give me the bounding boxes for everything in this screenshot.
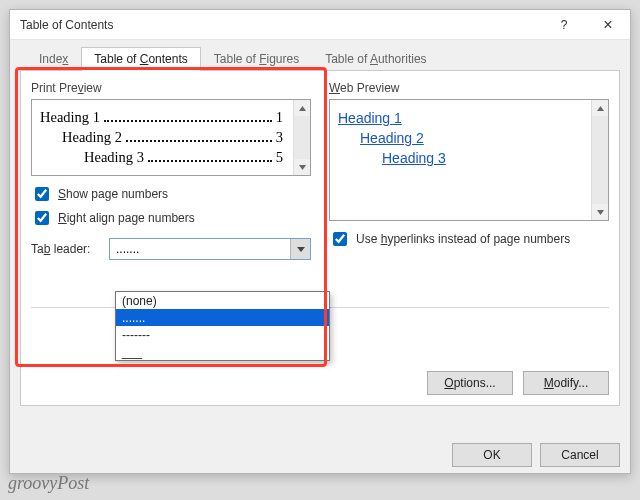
tab-leader-value: ....... <box>116 242 139 256</box>
svg-marker-4 <box>597 210 604 215</box>
print-preview-box: Heading 1 1 Heading 2 3 <box>31 99 311 176</box>
close-icon: × <box>603 16 612 34</box>
web-link[interactable]: Heading 3 <box>382 150 446 166</box>
tab-strip: Index Table of Contents Table of Figures… <box>26 46 620 70</box>
web-link-row: Heading 2 <box>338 130 581 146</box>
toc-title: Heading 1 <box>40 109 100 126</box>
print-preview-body: Heading 1 1 Heading 2 3 <box>32 100 293 175</box>
tab-leader-row: Tab leader: ....... <box>31 238 311 260</box>
toc-leader <box>104 113 272 122</box>
print-preview-scrollbar[interactable] <box>293 100 310 175</box>
toc-title: Heading 2 <box>62 129 122 146</box>
web-preview-box: Heading 1 Heading 2 Heading 3 <box>329 99 609 221</box>
tab-panel-inner: Print Preview Heading 1 1 <box>31 81 609 395</box>
modify-button[interactable]: Modify... <box>523 371 609 395</box>
use-hyperlinks-check[interactable]: Use hyperlinks instead of page numbers <box>329 229 609 249</box>
cancel-button[interactable]: Cancel <box>540 443 620 467</box>
preview-columns: Print Preview Heading 1 1 <box>31 81 609 251</box>
toc-row: Heading 3 5 <box>40 149 283 166</box>
tab-leader-option-dashes[interactable]: ------- <box>116 326 329 343</box>
window-buttons: ? × <box>542 10 630 40</box>
web-preview-body: Heading 1 Heading 2 Heading 3 <box>330 100 591 220</box>
toc-dialog: Table of Contents ? × Index Table of Con… <box>9 9 631 474</box>
toc-row: Heading 1 1 <box>40 109 283 126</box>
options-button[interactable]: Options... <box>427 371 513 395</box>
dialog-footer: OK Cancel <box>452 443 620 467</box>
scroll-down-icon[interactable] <box>294 159 310 175</box>
toc-title: Heading 3 <box>84 149 144 166</box>
print-preview-label: Print Preview <box>31 81 311 95</box>
tab-panel: Print Preview Heading 1 1 <box>20 70 620 406</box>
screenshot-frame: Table of Contents ? × Index Table of Con… <box>0 0 640 500</box>
web-link-row: Heading 1 <box>338 110 581 126</box>
svg-marker-2 <box>297 247 305 252</box>
toc-page: 1 <box>276 109 283 126</box>
web-preview-scrollbar[interactable] <box>591 100 608 220</box>
tab-leader-option-none[interactable]: (none) <box>116 292 329 309</box>
web-preview-col: Web Preview Heading 1 Heading 2 Heading … <box>329 81 609 251</box>
scroll-down-icon[interactable] <box>592 204 608 220</box>
toc-leader <box>126 133 272 142</box>
close-button[interactable]: × <box>586 10 630 40</box>
combo-dropdown-button[interactable] <box>290 239 310 259</box>
tab-leader-dropdown[interactable]: (none) ....... ------- ___ <box>115 291 330 361</box>
web-link[interactable]: Heading 1 <box>338 110 402 126</box>
scroll-track[interactable] <box>592 116 608 204</box>
ok-button[interactable]: OK <box>452 443 532 467</box>
watermark: groovyPost <box>8 473 89 494</box>
show-page-numbers-checkbox[interactable] <box>35 187 49 201</box>
titlebar: Table of Contents ? × <box>10 10 630 40</box>
chevron-down-icon <box>296 244 306 254</box>
toc-page: 3 <box>276 129 283 146</box>
help-icon: ? <box>561 18 568 32</box>
tab-leader-combo[interactable]: ....... <box>109 238 311 260</box>
toc-leader <box>148 153 272 162</box>
tab-leader-option-underline[interactable]: ___ <box>116 343 329 360</box>
print-preview-col: Print Preview Heading 1 1 <box>31 81 311 251</box>
window-title: Table of Contents <box>20 18 113 32</box>
scroll-up-icon[interactable] <box>294 100 310 116</box>
tab-leader-label: Tab leader: <box>31 242 101 256</box>
tab-leader-option-dots[interactable]: ....... <box>116 309 329 326</box>
scroll-up-icon[interactable] <box>592 100 608 116</box>
show-page-numbers-check[interactable]: Show page numbers <box>31 184 311 204</box>
right-align-checkbox[interactable] <box>35 211 49 225</box>
svg-marker-0 <box>299 106 306 111</box>
web-link-row: Heading 3 <box>338 150 581 166</box>
dialog-body: Index Table of Contents Table of Figures… <box>10 40 630 473</box>
web-preview-label: Web Preview <box>329 81 609 95</box>
tab-table-of-figures[interactable]: Table of Figures <box>201 47 312 71</box>
right-align-check[interactable]: Right align page numbers <box>31 208 311 228</box>
svg-marker-3 <box>597 106 604 111</box>
help-button[interactable]: ? <box>542 10 586 40</box>
scroll-track[interactable] <box>294 116 310 159</box>
tab-table-of-authorities[interactable]: Table of Authorities <box>312 47 439 71</box>
tab-table-of-contents[interactable]: Table of Contents <box>81 47 200 71</box>
tab-index[interactable]: Index <box>26 47 81 71</box>
svg-marker-1 <box>299 165 306 170</box>
panel-buttons: Options... Modify... <box>427 371 609 395</box>
toc-row: Heading 2 3 <box>40 129 283 146</box>
use-hyperlinks-checkbox[interactable] <box>333 232 347 246</box>
web-link[interactable]: Heading 2 <box>360 130 424 146</box>
toc-page: 5 <box>276 149 283 166</box>
